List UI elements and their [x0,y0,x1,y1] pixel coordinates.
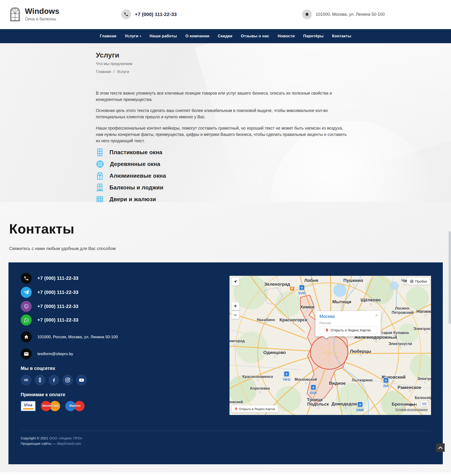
maestro-logo: Maestro [65,400,85,412]
map-label: Ногинск [416,309,431,314]
back-to-top-button[interactable] [436,443,445,452]
nav-item-glavnaya[interactable]: Главная [100,34,117,38]
contact-viber-row[interactable]: +7 (000) 111-22-33 [21,301,78,312]
map-label: Люберцы [350,349,371,354]
ruler-button[interactable] [421,401,428,407]
nav-item-partnery[interactable]: Парнтёры [303,34,324,38]
contact-telegram-row[interactable]: +7 (000) 111-22-33 [21,287,78,298]
home-icon [302,9,312,19]
window-grid-icon [96,148,104,157]
map-label: Щёлково [361,298,381,303]
map-label: Лобня [304,278,318,283]
map-zoom-in-button[interactable]: + [231,302,239,310]
credits-line: Продающие сайты — WayGrand.com [21,441,83,446]
payment-methods: Visa MasterCard Maestro [21,400,85,412]
nav-item-o-kompanii[interactable]: О компании [185,34,209,38]
card-footer: Copyright © 2021 ООО «Индекс ПРО» Продаю… [21,435,83,446]
nav-item-skidki[interactable]: Скидки [218,34,232,38]
yandex-map[interactable]: Зеленоград Лобня Пушкино Че Химки Мытищи… [230,276,431,415]
map-label: Подольск [307,402,329,407]
blinds-icon [96,195,104,202]
brand-subtitle: Окна и балконы [25,17,59,22]
vk-icon[interactable]: VK [21,375,31,385]
facebook-icon[interactable] [48,375,59,385]
header-address-text: 101000, Москва, ул. Ленина 50-100 [316,12,384,17]
map-label: Звенигород [230,339,245,343]
map-pin-icon [325,328,329,332]
waygrand-link[interactable]: WayGrand.com [57,441,81,445]
traffic-button[interactable]: Пробки [407,278,430,285]
site-header: Windows Окна и балконы +7 (000) 111-22-3… [0,0,451,29]
breadcrumb-home[interactable]: Главная [96,69,111,74]
phone-icon [21,273,32,284]
scrollbar-thumb[interactable] [449,231,451,324]
header-phone-number: +7 (000) 111-22-33 [135,12,177,17]
map-label: Раменское [397,385,421,390]
odnoklassniki-icon[interactable] [35,375,45,385]
service-item-aluminium-windows[interactable]: Алюминиевые окна [96,170,166,182]
visa-logo: Visa [21,401,36,411]
map-label: Электро [417,377,431,381]
mastercard-logo: MasterCard [41,400,60,412]
brand[interactable]: Windows Окна и балконы [9,5,59,24]
map-label: Нахабино [257,318,275,322]
map-pin-icon [235,407,238,410]
phone-icon [121,9,131,19]
service-item-doors-blinds[interactable]: Двери и жалюзи [96,193,166,202]
map-label: Химки [300,305,314,310]
map-label: Красногорск [280,317,307,323]
nav-item-uslugi[interactable]: Услуги▾ [125,34,141,38]
traffic-icon [410,280,413,283]
nav-item-nashi-raboty[interactable]: Наши работы [150,34,177,38]
breadcrumb-separator: / [113,69,115,74]
main-nav: Главная Услуги▾ Наши работы О компании С… [0,29,451,43]
close-icon[interactable]: × [375,313,378,317]
email-icon [21,348,32,359]
service-item-balconies[interactable]: Балконы и лоджии [96,182,166,193]
youtube-icon[interactable] [76,375,87,385]
map-label: Белоозёрский [415,396,431,400]
header-phone[interactable]: +7 (000) 111-22-33 [121,9,177,19]
airport-icon-dme: ✈ [357,402,363,408]
ruler-icon [423,403,426,405]
parking-icon: P [290,286,295,291]
airport-code: VKO [283,378,291,381]
service-item-plastic-windows[interactable]: Пластиковые окна [96,146,166,158]
map-label: Че [401,278,407,283]
nav-item-otzyvy[interactable]: Отзывы о нас [241,34,269,38]
open-in-yandex-maps-link[interactable]: Открыть в Яндекс.Картах [232,405,278,412]
map-terms-link[interactable]: Условия использования [395,408,428,411]
contacts-section: Контакты Свяжитесь с нами любым удобным … [0,202,451,476]
paragraph: Наши профессиональные контент-мейкеры, п… [96,125,350,144]
chevron-down-icon: ▾ [140,35,141,38]
airport-icon-zia: ✈ [383,378,389,383]
popup-title-link[interactable]: Москва [319,314,335,319]
whatsapp-icon [21,315,32,326]
social-heading: Мы в соцсетях [21,366,55,371]
nav-item-novosti[interactable]: Новости [278,34,295,38]
open-in-yandex-maps-button[interactable]: Открыть в Яндекс.Картах [319,326,377,334]
map-label: Московский [294,378,317,382]
page-title: Услуги [96,51,132,59]
map-popup: Москва × Россия Открыть в Яндекс.Картах [315,311,381,336]
services-list: Пластиковые окна Деревянные окна Алюмини… [96,146,166,202]
instagram-icon[interactable] [62,375,73,385]
map-label: Лыткарино [352,378,373,382]
map-label: Электроугли [388,342,412,346]
nav-item-kontakty[interactable]: Контакты [332,34,351,38]
contact-whatsapp-row[interactable]: +7 (000) 111-22-33 [21,315,78,326]
brand-title: Windows [25,7,59,16]
contact-email-row[interactable]: testform@sitepro.by [21,348,73,359]
map-label: Видное [329,381,345,386]
map-label: Апрелевка [250,386,270,391]
map-zoom-out-button[interactable]: − [231,311,239,319]
map-scale: 9 км [401,403,416,406]
social-links: VK [21,375,87,385]
service-item-wooden-windows[interactable]: Деревянные окна [96,158,166,170]
map-label: Старая Купавна [379,331,409,335]
geolocate-button[interactable] [231,278,239,286]
contacts-subtitle: Свяжитесь с нами любым удобным для Вас с… [9,246,116,251]
header-address: 101000, Москва, ул. Ленина 50-100 [302,9,384,19]
contacts-title: Контакты [9,221,75,237]
contact-phone-row[interactable]: +7 (000) 111-22-33 [21,273,78,284]
